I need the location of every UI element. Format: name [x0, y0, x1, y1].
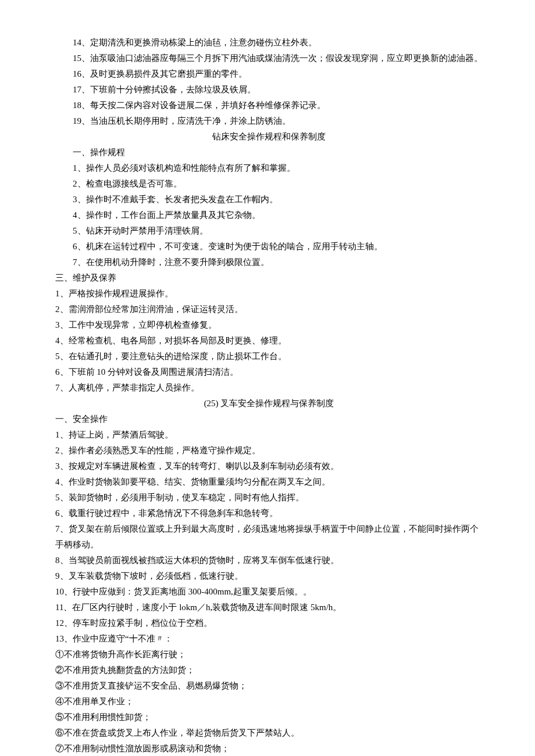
text-line: 3、按规定对车辆进展检查，叉车的转弯灯、喇叭以及刹车制动必须有效。	[55, 458, 483, 474]
text-line: (25) 叉车安全操作规程与保养制度	[55, 396, 483, 411]
text-line: 钻床安全操作规程和保养制度	[55, 129, 483, 145]
text-line: 14、定期清洗和更换滑动栋梁上的油毡，注意勿碰伤立柱外表。	[55, 35, 483, 51]
text-line: 18、每天按二保内容对设备进展二保，并填好各种维修保养记录。	[55, 98, 483, 113]
text-line: 17、下班前十分钟擦拭设备，去除垃圾及铁屑。	[55, 82, 483, 98]
text-line: 5、在钻通孔时，要注意钻头的进给深度，防止损坏工作台。	[55, 349, 483, 364]
text-line: 2、检查电源接线是否可靠。	[55, 176, 483, 192]
text-line: 7、在使用机动升降时，注意不要升降到极限位置。	[55, 255, 483, 270]
text-line: 3、操作时不准戴手套、长发者把头发盘在工作帽内。	[55, 192, 483, 207]
text-line: 5、钻床开动时严禁用手清理铁屑。	[55, 223, 483, 239]
text-line: 6、下班前 10 分钟对设备及周围进展清扫清洁。	[55, 364, 483, 380]
text-line: 三、维护及保养	[55, 270, 483, 286]
text-line: 1、操作人员必须对该机构造和性能特点有所了解和掌握。	[55, 160, 483, 176]
text-line: 1、严格按操作规程进展操作。	[55, 286, 483, 302]
text-line: 13、作业中应遵守“十不准〃：	[55, 631, 483, 647]
text-line: 11、在厂区内行驶时，速度小于 lokm／h,装载货物及进车间时限速 5km/h…	[55, 600, 483, 615]
text-line: 一、操作规程	[55, 145, 483, 160]
text-line: 4、经常检查机、电各局部，对损坏各局部及时更换、修理。	[55, 333, 483, 349]
text-line: 7、人离机停，严禁非指定人员操作。	[55, 380, 483, 396]
text-line: ⑤不准用利用惯性卸货；	[55, 710, 483, 725]
text-line: 一、安全操作	[55, 411, 483, 427]
text-line: ①不准将货物升高作长距离行驶；	[55, 647, 483, 662]
text-line: 8、当驾驶员前面视线被挡或运大体积的货物时，应将叉车倒车低速行驶。	[55, 553, 483, 568]
text-line: 15、油泵吸油口滤油器应每隔三个月拆下用汽油或煤油清洗一次；假设发现穿洞，应立即…	[55, 51, 483, 66]
text-line: 16、及时更换易损件及其它磨损严重的零件。	[55, 66, 483, 82]
text-line: 3、工作中发现异常，立即停机检查修复。	[55, 317, 483, 333]
text-line: 1、持证上岗，严禁酒后驾驶。	[55, 427, 483, 443]
text-line: 12、停车时应拉紧手制，档位位于空档。	[55, 615, 483, 631]
text-line: 10、行驶中应做到：货叉距离地面 300-400mm,起重叉架要后倾。。	[55, 584, 483, 600]
document-body: 14、定期清洗和更换滑动栋梁上的油毡，注意勿碰伤立柱外表。15、油泵吸油口滤油器…	[55, 35, 483, 756]
text-line: 2、操作者必须熟悉叉车的性能，严格遵守操作规定。	[55, 443, 483, 458]
text-line: 4、操作时，工作台面上严禁放量具及其它杂物。	[55, 207, 483, 223]
text-line: 6、载重行驶过程中，非紧急情况下不得急刹车和急转弯。	[55, 506, 483, 521]
text-line: ④不准用单叉作业；	[55, 694, 483, 710]
text-line: 19、当油压机长期停用时，应清洗干净，并涂上防锈油。	[55, 113, 483, 129]
text-line: 2、需润滑部位经常加注润滑油，保证运转灵活。	[55, 302, 483, 317]
text-line: 9、叉车装载货物下坡时，必须低档，低速行驶。	[55, 568, 483, 584]
text-line: ③不准用货叉直接铲运不安全品、易燃易爆货物；	[55, 678, 483, 694]
text-line: 5、装卸货物时，必须用手制动，使叉车稳定，同时有他人指挥。	[55, 490, 483, 506]
text-line: 6、机床在运转过程中，不可变速。变速时为便于齿轮的啮合，应用手转动主轴。	[55, 239, 483, 255]
text-line: ⑦不准用制动惯性溜放圆形或易滚动和货物；	[55, 741, 483, 756]
text-line: 4、作业时货物装卸要平稳、结实、货物重量须均匀分配在两叉车之间。	[55, 474, 483, 490]
text-line: 7、货叉架在前后倾限位置或上升到最大高度时，必须迅速地将操纵手柄置于中间静止位置…	[55, 521, 483, 553]
text-line: ⑥不准在货盘或货叉上布人作业，举起货物后货叉下严禁站人。	[55, 725, 483, 741]
text-line: ②不准用货丸挑翻货盘的方法卸货；	[55, 662, 483, 678]
